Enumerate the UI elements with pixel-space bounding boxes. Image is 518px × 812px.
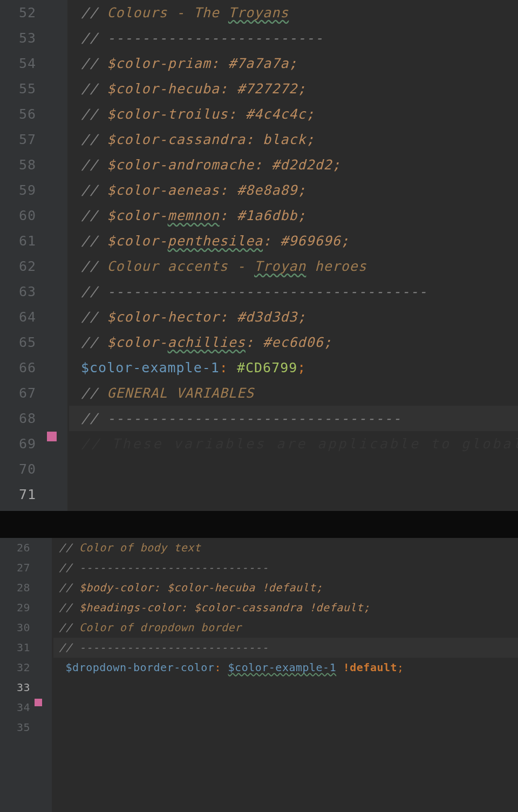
code-line[interactable]: // $color-achillies: #ec6d06; <box>69 330 518 355</box>
line-number[interactable]: 60 <box>0 203 67 228</box>
code-line[interactable]: // $color-penthesilea: #969696; <box>69 228 518 254</box>
line-number[interactable]: 57 <box>0 127 67 152</box>
line-number[interactable]: 68 <box>0 406 67 431</box>
code-line[interactable]: // Color of dropdown border <box>53 618 518 638</box>
code-line[interactable]: $dropdown-border-color: $color-example-1… <box>53 658 518 678</box>
code-line[interactable]: // $headings-color: $color-cassandra !de… <box>53 598 518 618</box>
editor-pane-top: 52 53 54 55 56 57 58 59 60 61 62 63 64 6… <box>0 0 518 511</box>
code-line[interactable]: // GENERAL VARIABLES <box>69 380 518 406</box>
line-number[interactable]: 53 <box>0 25 67 51</box>
code-line[interactable]: $color-example-1: #CD6799; <box>69 355 518 380</box>
line-number[interactable]: 27 <box>0 558 52 578</box>
code-line[interactable]: // ------------------------------------- <box>69 279 518 304</box>
code-line[interactable]: // Color of body text <box>53 538 518 558</box>
code-line[interactable]: // $color-aeneas: #8e8a89; <box>69 178 518 203</box>
pane-separator <box>0 511 518 538</box>
code-line[interactable]: // $color-andromache: #d2d2d2; <box>69 152 518 178</box>
line-number[interactable]: 62 <box>0 254 67 279</box>
code-line-cropped[interactable]: // These variables are applicable to glo… <box>69 431 518 456</box>
line-number[interactable]: 35 <box>0 718 52 738</box>
line-number[interactable]: 54 <box>0 51 67 76</box>
line-number[interactable]: 71 <box>0 482 67 507</box>
color-swatch-icon[interactable] <box>47 432 57 441</box>
line-number[interactable]: 28 <box>0 578 52 598</box>
gutter-bottom: 26 27 28 29 30 31 32 33 34 35 <box>0 538 52 812</box>
code-line[interactable]: // $color-memnon: #1a6dbb; <box>69 203 518 228</box>
line-number[interactable]: 65 <box>0 330 67 355</box>
code-line[interactable]: // Colours - The Troyans <box>69 0 518 25</box>
code-line[interactable]: // $color-hector: #d3d3d3; <box>69 304 518 330</box>
code-line-current[interactable]: // ---------------------------- <box>53 638 518 658</box>
code-area-bottom[interactable]: // Color of body text // ---------------… <box>53 538 518 812</box>
line-number[interactable]: 33 <box>0 678 52 698</box>
line-number[interactable]: 69 <box>0 431 67 456</box>
line-number[interactable]: 70 <box>0 456 67 482</box>
line-number[interactable]: 55 <box>0 76 67 101</box>
line-number[interactable]: 61 <box>0 228 67 254</box>
line-number[interactable]: 34 <box>0 698 52 718</box>
line-number[interactable]: 58 <box>0 152 67 178</box>
code-line[interactable]: // $color-troilus: #4c4c4c; <box>69 101 518 127</box>
line-number[interactable]: 29 <box>0 598 52 618</box>
code-line[interactable]: // Colour accents - Troyan heroes <box>69 254 518 279</box>
gutter-top: 52 53 54 55 56 57 58 59 60 61 62 63 64 6… <box>0 0 67 511</box>
code-line[interactable]: // $body-color: $color-hecuba !default; <box>53 578 518 598</box>
code-line[interactable]: // ---------------------------- <box>53 558 518 578</box>
line-number[interactable]: 64 <box>0 304 67 330</box>
editor-pane-bottom: 26 27 28 29 30 31 32 33 34 35 // Color o… <box>0 538 518 812</box>
line-number[interactable]: 30 <box>0 618 52 638</box>
line-number[interactable]: 63 <box>0 279 67 304</box>
line-number[interactable]: 56 <box>0 101 67 127</box>
code-line[interactable]: // $color-priam: #7a7a7a; <box>69 51 518 76</box>
code-line[interactable]: // $color-hecuba: #727272; <box>69 76 518 101</box>
line-number[interactable]: 59 <box>0 178 67 203</box>
line-number[interactable]: 32 <box>0 658 52 678</box>
line-number[interactable]: 52 <box>0 0 67 25</box>
line-number[interactable]: 26 <box>0 538 52 558</box>
line-number[interactable]: 31 <box>0 638 52 658</box>
code-line[interactable]: // $color-cassandra: black; <box>69 127 518 152</box>
line-number[interactable]: 66 <box>0 355 67 380</box>
code-area-top[interactable]: // Colours - The Troyans // ------------… <box>69 0 518 511</box>
code-line[interactable]: // ------------------------- <box>69 25 518 51</box>
color-swatch-icon[interactable] <box>35 699 42 706</box>
code-line-current[interactable]: // ---------------------------------- <box>69 406 518 431</box>
line-number[interactable]: 67 <box>0 380 67 406</box>
